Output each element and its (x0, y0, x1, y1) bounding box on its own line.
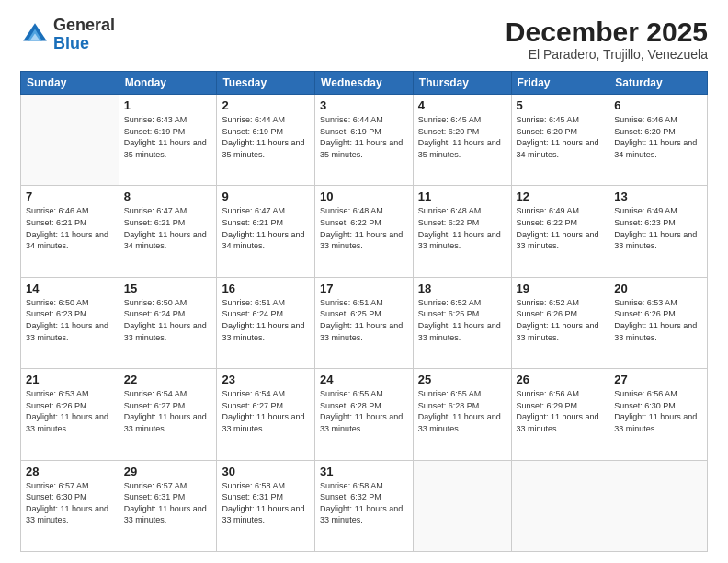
day-number: 6 (614, 98, 702, 112)
calendar-cell: 22Sunrise: 6:54 AMSunset: 6:27 PMDayligh… (119, 369, 217, 460)
day-number: 12 (517, 190, 605, 203)
day-number: 19 (517, 282, 605, 295)
day-number: 30 (222, 465, 310, 478)
calendar-cell: 24Sunrise: 6:55 AMSunset: 6:28 PMDayligh… (315, 369, 414, 460)
calendar-cell: 15Sunrise: 6:50 AMSunset: 6:24 PMDayligh… (119, 277, 217, 368)
daylight-text: Daylight: 11 hours and 33 minutes. (222, 411, 310, 434)
calendar-week-4: 21Sunrise: 6:53 AMSunset: 6:26 PMDayligh… (21, 369, 708, 460)
calendar-cell: 17Sunrise: 6:51 AMSunset: 6:25 PMDayligh… (315, 277, 414, 368)
month-title: December 2025 (506, 17, 708, 47)
sunrise-text: Sunrise: 6:44 AM (320, 114, 408, 126)
day-info: Sunrise: 6:50 AMSunset: 6:24 PMDaylight:… (124, 297, 212, 343)
sunrise-text: Sunrise: 6:55 AM (320, 388, 408, 400)
sunset-text: Sunset: 6:27 PM (124, 400, 212, 412)
day-number: 16 (222, 282, 310, 295)
calendar-cell: 29Sunrise: 6:57 AMSunset: 6:31 PMDayligh… (119, 460, 217, 551)
day-info: Sunrise: 6:51 AMSunset: 6:25 PMDaylight:… (320, 297, 408, 343)
logo-icon (20, 20, 50, 50)
calendar-cell: 13Sunrise: 6:49 AMSunset: 6:23 PMDayligh… (609, 186, 708, 277)
day-number: 18 (418, 282, 506, 295)
header-wednesday: Wednesday (315, 72, 414, 95)
day-number: 20 (614, 282, 702, 295)
calendar-cell: 27Sunrise: 6:56 AMSunset: 6:30 PMDayligh… (609, 369, 708, 460)
calendar-cell: 25Sunrise: 6:55 AMSunset: 6:28 PMDayligh… (413, 369, 511, 460)
daylight-text: Daylight: 11 hours and 33 minutes. (614, 229, 702, 252)
day-number: 23 (222, 373, 310, 386)
calendar-table: Sunday Monday Tuesday Wednesday Thursday… (20, 71, 708, 552)
day-info: Sunrise: 6:53 AMSunset: 6:26 PMDaylight:… (614, 297, 702, 343)
day-info: Sunrise: 6:54 AMSunset: 6:27 PMDaylight:… (222, 388, 310, 434)
sunrise-text: Sunrise: 6:45 AM (418, 114, 506, 126)
day-number: 3 (320, 98, 408, 112)
day-info: Sunrise: 6:55 AMSunset: 6:28 PMDaylight:… (320, 388, 408, 434)
day-info: Sunrise: 6:46 AMSunset: 6:20 PMDaylight:… (614, 114, 702, 160)
sunrise-text: Sunrise: 6:51 AM (320, 297, 408, 309)
daylight-text: Daylight: 11 hours and 34 minutes. (124, 229, 212, 252)
calendar-cell (511, 460, 609, 551)
header-friday: Friday (511, 72, 609, 95)
daylight-text: Daylight: 11 hours and 33 minutes. (124, 411, 212, 434)
sunrise-text: Sunrise: 6:57 AM (124, 480, 212, 492)
sunrise-text: Sunrise: 6:52 AM (517, 297, 605, 309)
day-info: Sunrise: 6:56 AMSunset: 6:29 PMDaylight:… (517, 388, 605, 434)
logo-text: General Blue (53, 17, 115, 53)
day-number: 1 (124, 98, 212, 112)
sunrise-text: Sunrise: 6:49 AM (517, 205, 605, 217)
calendar-cell: 23Sunrise: 6:54 AMSunset: 6:27 PMDayligh… (217, 369, 315, 460)
calendar-cell (609, 460, 708, 551)
day-number: 4 (418, 98, 506, 112)
calendar-cell: 21Sunrise: 6:53 AMSunset: 6:26 PMDayligh… (21, 369, 119, 460)
logo-blue: Blue (53, 34, 89, 52)
sunrise-text: Sunrise: 6:46 AM (26, 205, 114, 217)
day-info: Sunrise: 6:45 AMSunset: 6:20 PMDaylight:… (517, 114, 605, 160)
sunset-text: Sunset: 6:26 PM (614, 308, 702, 320)
sunset-text: Sunset: 6:20 PM (614, 126, 702, 138)
daylight-text: Daylight: 11 hours and 33 minutes. (26, 411, 114, 434)
calendar-cell: 14Sunrise: 6:50 AMSunset: 6:23 PMDayligh… (21, 277, 119, 368)
day-info: Sunrise: 6:44 AMSunset: 6:19 PMDaylight:… (222, 114, 310, 160)
day-info: Sunrise: 6:55 AMSunset: 6:28 PMDaylight:… (418, 388, 506, 434)
title-block: December 2025 El Paradero, Trujillo, Ven… (506, 17, 708, 62)
day-info: Sunrise: 6:58 AMSunset: 6:31 PMDaylight:… (222, 480, 310, 526)
calendar-cell: 10Sunrise: 6:48 AMSunset: 6:22 PMDayligh… (315, 186, 414, 277)
sunrise-text: Sunrise: 6:54 AM (124, 388, 212, 400)
sunrise-text: Sunrise: 6:50 AM (124, 297, 212, 309)
day-info: Sunrise: 6:44 AMSunset: 6:19 PMDaylight:… (320, 114, 408, 160)
daylight-text: Daylight: 11 hours and 34 minutes. (26, 229, 114, 252)
sunrise-text: Sunrise: 6:53 AM (614, 297, 702, 309)
sunset-text: Sunset: 6:20 PM (418, 126, 506, 138)
calendar-cell: 26Sunrise: 6:56 AMSunset: 6:29 PMDayligh… (511, 369, 609, 460)
daylight-text: Daylight: 11 hours and 33 minutes. (124, 503, 212, 526)
sunset-text: Sunset: 6:27 PM (222, 400, 310, 412)
daylight-text: Daylight: 11 hours and 34 minutes. (222, 229, 310, 252)
day-number: 13 (614, 190, 702, 203)
day-number: 11 (418, 190, 506, 203)
sunset-text: Sunset: 6:29 PM (517, 400, 605, 412)
daylight-text: Daylight: 11 hours and 33 minutes. (222, 503, 310, 526)
day-info: Sunrise: 6:54 AMSunset: 6:27 PMDaylight:… (124, 388, 212, 434)
day-info: Sunrise: 6:50 AMSunset: 6:23 PMDaylight:… (26, 297, 114, 343)
daylight-text: Daylight: 11 hours and 33 minutes. (26, 320, 114, 343)
calendar-cell: 7Sunrise: 6:46 AMSunset: 6:21 PMDaylight… (21, 186, 119, 277)
location-subtitle: El Paradero, Trujillo, Venezuela (506, 47, 708, 62)
day-info: Sunrise: 6:46 AMSunset: 6:21 PMDaylight:… (26, 205, 114, 251)
sunrise-text: Sunrise: 6:53 AM (26, 388, 114, 400)
calendar-cell: 12Sunrise: 6:49 AMSunset: 6:22 PMDayligh… (511, 186, 609, 277)
day-number: 31 (320, 465, 408, 478)
daylight-text: Daylight: 11 hours and 35 minutes. (320, 137, 408, 160)
calendar-cell: 4Sunrise: 6:45 AMSunset: 6:20 PMDaylight… (413, 95, 511, 186)
sunset-text: Sunset: 6:20 PM (517, 126, 605, 138)
day-info: Sunrise: 6:53 AMSunset: 6:26 PMDaylight:… (26, 388, 114, 434)
sunset-text: Sunset: 6:19 PM (124, 126, 212, 138)
daylight-text: Daylight: 11 hours and 33 minutes. (320, 229, 408, 252)
sunset-text: Sunset: 6:21 PM (124, 217, 212, 229)
sunset-text: Sunset: 6:30 PM (614, 400, 702, 412)
sunset-text: Sunset: 6:19 PM (222, 126, 310, 138)
sunset-text: Sunset: 6:31 PM (222, 491, 310, 503)
sunset-text: Sunset: 6:31 PM (124, 491, 212, 503)
sunrise-text: Sunrise: 6:58 AM (320, 480, 408, 492)
sunrise-text: Sunrise: 6:47 AM (222, 205, 310, 217)
daylight-text: Daylight: 11 hours and 34 minutes. (517, 137, 605, 160)
sunset-text: Sunset: 6:22 PM (418, 217, 506, 229)
daylight-text: Daylight: 11 hours and 33 minutes. (222, 320, 310, 343)
